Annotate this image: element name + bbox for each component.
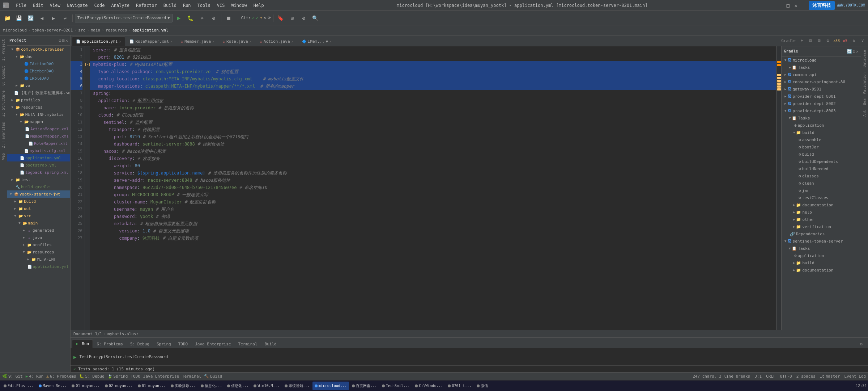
taskbar-techsmil[interactable]: TechSmil...: [380, 382, 412, 390]
tab-role-java[interactable]: ☕ Role.java ✕: [219, 37, 256, 46]
taskbar-02muyan[interactable]: 02_muyan...: [103, 382, 135, 390]
run-button[interactable]: ▶: [174, 13, 184, 23]
tab-close-icon[interactable]: ✕: [170, 39, 173, 43]
taskbar-win10[interactable]: Win10.M...: [251, 382, 281, 390]
tree-item[interactable]: 📄 application.yml: [7, 263, 70, 270]
menu-navigate[interactable]: Navigate: [64, 2, 91, 9]
java-enterprise-status[interactable]: Java Enterprise: [143, 374, 179, 379]
taskbar-cwindow[interactable]: C:\Windo...: [413, 382, 445, 390]
menu-file[interactable]: File: [13, 2, 29, 9]
scroll-up-button[interactable]: ∧: [850, 37, 858, 45]
gradle-item-sentinel-build[interactable]: ▶ 📁 build: [782, 259, 861, 266]
save-button[interactable]: 💾: [14, 13, 24, 23]
taskbar-maven[interactable]: Maven Re...: [37, 382, 69, 390]
warning-count[interactable]: ⚠ 33: [833, 37, 841, 45]
tab-imemb[interactable]: 🔷 IMem... ▼ ✕: [298, 37, 336, 46]
gradle-item-assemble[interactable]: ⚙ assemble: [782, 136, 861, 143]
tab-split-h[interactable]: ⊞: [815, 37, 823, 45]
taskbar-xttz[interactable]: 系统通知...: [282, 382, 312, 390]
gradle-item-verification[interactable]: ▶ 📁 verification: [782, 223, 861, 230]
indent-style[interactable]: 2 spaces: [796, 374, 816, 379]
tree-item[interactable]: ▶ ☕ java: [7, 234, 70, 241]
tree-item[interactable]: ▶ 📁 test: [7, 176, 70, 183]
open-button[interactable]: 📁: [2, 13, 12, 23]
project-layout-icon[interactable]: ⊞: [62, 38, 65, 43]
debug-button[interactable]: 🐛: [186, 13, 196, 23]
layout-button[interactable]: ⊞: [287, 13, 297, 23]
bc-main[interactable]: main: [91, 28, 101, 33]
back-button[interactable]: ◀: [37, 13, 47, 23]
tab-close-icon[interactable]: ✕: [119, 39, 121, 43]
menu-view[interactable]: View: [47, 2, 63, 9]
gradle-item-bootjar[interactable]: ⚙ bootJar: [782, 143, 861, 151]
tab-action-java[interactable]: ☕ Action.java ✕: [256, 37, 298, 46]
settings-button[interactable]: ⚙: [299, 13, 309, 23]
search-button[interactable]: 🔍: [310, 13, 320, 23]
gradle-item[interactable]: ▶ 🏗 consumer-springboot-80: [782, 78, 861, 85]
menu-help[interactable]: Help: [251, 2, 267, 9]
structure-panel-tab[interactable]: Z: Structure: [1, 88, 6, 119]
project-panel-tab[interactable]: 1: Project: [1, 37, 6, 63]
tab-add-button[interactable]: +: [798, 37, 806, 45]
menu-code[interactable]: Code: [92, 2, 108, 9]
gradle-item-clean[interactable]: ⚙ clean: [782, 180, 861, 187]
tree-item[interactable]: ▼ 📂 main: [7, 219, 70, 227]
cursor-position[interactable]: 3:1: [754, 374, 762, 379]
tree-item[interactable]: ▶ ☕ generated: [7, 227, 70, 234]
tree-item[interactable]: ▶ 📁 out: [7, 205, 70, 212]
bc-src[interactable]: src: [78, 28, 85, 33]
tree-item[interactable]: ▶ 📁 profiles: [7, 241, 70, 248]
tab-close-icon[interactable]: ✕: [250, 39, 252, 43]
menu-vcs[interactable]: VCS: [214, 2, 228, 9]
gradle-item-sentinel[interactable]: ▼ 🏗 sentinel-token-server: [782, 237, 861, 245]
bottom-minimize-icon[interactable]: —: [864, 341, 867, 346]
commit-panel-tab[interactable]: 0: Commit: [1, 64, 6, 88]
taskbar-baidu[interactable]: 百度网盘...: [350, 382, 379, 390]
gradle-item-sentinel-app[interactable]: ⚙ application: [782, 252, 861, 259]
gradle-item-help[interactable]: ▶ 📁 help: [782, 209, 861, 216]
tree-item[interactable]: 🔵 IActionDAO: [7, 60, 70, 67]
tab-split-v[interactable]: ⊟: [807, 37, 814, 45]
gradle-item-build-task[interactable]: ⚙ build: [782, 151, 861, 158]
tree-item[interactable]: 🔵 IRoleDAO: [7, 75, 70, 82]
gradle-item-testclasses[interactable]: ⚙ testClasses: [782, 194, 861, 201]
forward-button[interactable]: ▶: [48, 13, 59, 23]
gradle-item[interactable]: ▶ 🏗 common-api: [782, 71, 861, 78]
tree-item[interactable]: ▼ 📂 META-INF.mybatis: [7, 111, 70, 118]
tree-item[interactable]: 🔧 build.gradle: [7, 183, 70, 190]
database-panel-tab[interactable]: Database: [862, 48, 867, 70]
tab-settings-icon[interactable]: ⚙: [824, 37, 832, 45]
tree-item-application-yml[interactable]: 📄 application.yml: [7, 154, 70, 161]
bookmark-button[interactable]: 🔖: [276, 13, 286, 23]
gradle-refresh-icon[interactable]: 🔄: [847, 49, 852, 54]
file-encoding[interactable]: UTF-8: [780, 374, 792, 379]
revert-button[interactable]: ↩: [60, 13, 70, 23]
run-config-combo[interactable]: TestEncryptService.testCreatePassword ▼: [75, 14, 173, 22]
tree-item[interactable]: 📄 ActionMapper.xml: [7, 125, 70, 133]
tree-item-yootk-starter[interactable]: ▼ 📦 yootk-starter-jwt: [7, 190, 70, 198]
more-run-button[interactable]: ⚙: [209, 13, 219, 23]
java-enterprise-tab[interactable]: Java Enterprise: [191, 340, 234, 348]
tree-item[interactable]: 🔵 IMemberDAO: [7, 67, 70, 75]
favorites-panel-tab[interactable]: 2: Favorites: [1, 120, 6, 150]
menu-tools[interactable]: Tools: [195, 2, 213, 9]
gradle-item[interactable]: ▶ 🏗 gateway-9501: [782, 85, 861, 93]
gradle-item-jar[interactable]: ⚙ jar: [782, 187, 861, 194]
problems-status[interactable]: ⚠ 6: Problems: [46, 374, 76, 379]
taskbar-0701[interactable]: 0701_t...: [446, 382, 473, 390]
scroll-down-button[interactable]: ∨: [859, 37, 867, 45]
git-branch[interactable]: ⎇ master: [820, 374, 840, 379]
taskbar-xinxi1[interactable]: 信息化...: [199, 382, 224, 390]
gradle-item-dependencies[interactable]: 🔗 Dependencies: [782, 230, 861, 237]
event-log[interactable]: Event Log: [844, 374, 866, 379]
gradle-item-other[interactable]: ▶ 📁 other: [782, 216, 861, 223]
tree-item[interactable]: 📄 logback-spring.xml: [7, 169, 70, 176]
taskbar-xinxi2[interactable]: 信息化...: [225, 382, 251, 390]
gradle-item[interactable]: ▼ 📋 Tasks: [782, 114, 861, 122]
tree-item[interactable]: ▼ 📂 resources: [7, 104, 70, 111]
menu-window[interactable]: Window: [228, 2, 250, 9]
tab-member-java[interactable]: ☕ Member.java ✕: [177, 37, 218, 46]
gradle-item-application[interactable]: ⚙ application: [782, 122, 861, 129]
taskbar-01muyan[interactable]: 01_muyan...: [69, 382, 102, 390]
line-ending[interactable]: CRLF: [766, 374, 776, 379]
